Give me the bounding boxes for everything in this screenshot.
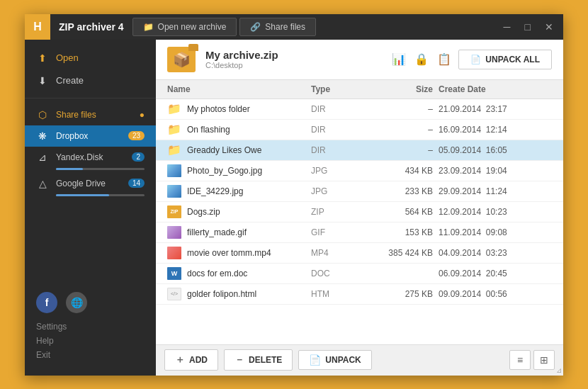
open-archive-button[interactable]: 📁 Open new archive — [132, 18, 237, 36]
table-row[interactable]: ZIP Dogs.zip ZIP 564 KB 12.09.2014 10:23 — [156, 202, 563, 222]
file-type: DIR — [311, 125, 368, 135]
close-button[interactable]: ✕ — [541, 20, 558, 34]
folder-icon: 📁 — [167, 144, 181, 157]
settings-link[interactable]: Settings — [36, 322, 145, 332]
col-name: Name — [167, 84, 311, 94]
sidebar: ⬆ Open ⬇ Create ⬡ Share files ● ❋ Dropbo… — [25, 40, 156, 376]
file-name-cell: 📁 My photos folder — [167, 103, 311, 115]
minimize-button[interactable]: ─ — [499, 20, 515, 34]
view-buttons: ≡ ⊞ — [509, 350, 555, 370]
file-size: – — [368, 125, 439, 135]
col-date: Create Date — [439, 84, 552, 94]
file-name: On flashing — [187, 125, 230, 135]
share-files-button[interactable]: 🔗 Share files — [239, 18, 316, 36]
yandex-icon: ⊿ — [36, 152, 49, 163]
table-row[interactable]: fillerty_made.gif GIF 153 KB 11.09.2014 … — [156, 222, 563, 243]
create-icon: ⬇ — [36, 75, 49, 86]
file-name-cell: </> golder folipon.html — [167, 288, 311, 300]
file-date: 06.09.2014 20:45 — [439, 269, 552, 278]
share-circle-icon: ● — [140, 110, 145, 120]
sidebar-item-dropbox[interactable]: ❋ Dropbox 23 — [25, 125, 156, 147]
file-name-cell: W docs for em.doc — [167, 267, 311, 280]
file-type: DOC — [311, 269, 368, 278]
title-bar: H ZIP archiver 4 📁 Open new archive 🔗 Sh… — [25, 14, 563, 40]
table-row[interactable]: movie over tomm.mp4 MP4 385 424 KB 04.09… — [156, 243, 563, 264]
resize-handle[interactable]: ⊿ — [556, 366, 562, 374]
file-date: 05.09.2014 16:05 — [439, 145, 552, 155]
open-icon: ⬆ — [36, 52, 49, 64]
file-name-cell: 📁 Greaddy Likes Owe — [167, 144, 311, 157]
lock-icon[interactable]: 🔒 — [413, 51, 430, 67]
content-wrapper: 📦 My archive.zip C:\desktop 📊 🔒 📋 📄 UNPA… — [156, 40, 563, 376]
file-date: 11.09.2014 09:08 — [439, 227, 552, 237]
archive-path: C:\desktop — [205, 61, 380, 69]
chart-icon[interactable]: 📊 — [390, 51, 407, 67]
file-name-cell: ZIP Dogs.zip — [167, 205, 311, 218]
file-size: – — [368, 145, 439, 155]
table-row[interactable]: Photo_by_Gogo.jpg JPG 434 KB 23.09.2014 … — [156, 161, 563, 181]
file-date: 12.09.2014 10:23 — [439, 207, 552, 217]
dropbox-icon: ❋ — [36, 130, 49, 142]
add-button[interactable]: ＋ ADD — [164, 349, 218, 371]
file-date: 23.09.2014 19:04 — [439, 166, 552, 176]
file-type: JPG — [311, 186, 368, 196]
exit-link[interactable]: Exit — [36, 350, 145, 360]
unpack-icon: 📄 — [470, 55, 481, 64]
delete-button[interactable]: － DELETE — [224, 349, 293, 371]
table-row[interactable]: W docs for em.doc DOC 06.09.2014 20:45 — [156, 264, 563, 284]
maximize-button[interactable]: □ — [521, 20, 535, 34]
info-icon[interactable]: 📋 — [436, 51, 453, 67]
file-type: MP4 — [311, 248, 368, 258]
sidebar-divider-1 — [25, 98, 156, 98]
grid-view-button[interactable]: ⊞ — [533, 350, 555, 370]
folder-icon: 📁 — [167, 123, 181, 136]
unpack-all-button[interactable]: 📄 UNPACK ALL — [458, 50, 552, 69]
file-date: 29.09.2014 11:24 — [439, 186, 552, 196]
file-date: 21.09.2014 23:17 — [439, 104, 552, 114]
sidebar-item-share[interactable]: ⬡ Share files ● — [25, 104, 156, 125]
file-date: 16.09.2014 12:14 — [439, 125, 552, 135]
file-name: Photo_by_Gogo.jpg — [187, 166, 262, 176]
file-name: Dogs.zip — [187, 207, 220, 217]
file-list-header: Name Type Size Create Date — [156, 80, 563, 99]
sidebar-item-open[interactable]: ⬆ Open — [25, 47, 156, 69]
col-type: Type — [311, 84, 368, 94]
file-name: fillerty_made.gif — [187, 227, 247, 237]
sidebar-item-create[interactable]: ⬇ Create — [25, 69, 156, 92]
dropbox-badge: 23 — [128, 131, 145, 140]
archive-name: My archive.zip — [205, 49, 380, 61]
archive-header: 📦 My archive.zip C:\desktop 📊 🔒 📋 📄 UNPA… — [156, 40, 563, 80]
bottom-toolbar: ＋ ADD － DELETE 📄 UNPACK ≡ ⊞ — [156, 344, 563, 376]
file-name: IDE_34229.jpg — [187, 186, 243, 196]
website-icon[interactable]: 🌐 — [66, 292, 87, 313]
list-view-button[interactable]: ≡ — [509, 350, 531, 370]
facebook-icon[interactable]: f — [36, 292, 57, 313]
file-name: docs for em.doc — [187, 269, 247, 278]
file-name-cell: IDE_34229.jpg — [167, 185, 311, 198]
sidebar-item-yandex[interactable]: ⊿ Yandex.Disk 2 — [25, 147, 156, 168]
file-size: – — [368, 104, 439, 114]
file-name: My photos folder — [187, 104, 250, 114]
table-row[interactable]: 📁 My photos folder DIR – 21.09.2014 23:1… — [156, 99, 563, 120]
zip-icon: ZIP — [167, 205, 181, 218]
table-row[interactable]: 📁 Greaddy Likes Owe DIR – 05.09.2014 16:… — [156, 140, 563, 161]
table-row[interactable]: IDE_34229.jpg JPG 233 KB 29.09.2014 11:2… — [156, 181, 563, 202]
archive-info: My archive.zip C:\desktop — [205, 49, 380, 69]
file-name-cell: movie over tomm.mp4 — [167, 247, 311, 259]
file-type: JPG — [311, 166, 368, 176]
sidebar-nav: ⬆ Open ⬇ Create ⬡ Share files ● ❋ Dropbo… — [25, 40, 156, 206]
sidebar-item-gdrive[interactable]: △ Google Drive 14 — [25, 173, 156, 194]
unpack-button[interactable]: 📄 UNPACK — [298, 350, 371, 370]
table-row[interactable]: </> golder folipon.html HTM 275 KB 09.09… — [156, 284, 563, 305]
file-size: 233 KB — [368, 186, 439, 196]
table-row[interactable]: 📁 On flashing DIR – 16.09.2014 12:14 — [156, 120, 563, 140]
file-size: 385 424 KB — [368, 248, 439, 258]
file-name: Greaddy Likes Owe — [187, 145, 261, 155]
file-name: golder folipon.html — [187, 289, 256, 299]
share-icon: 🔗 — [250, 22, 261, 32]
main-layout: ⬆ Open ⬇ Create ⬡ Share files ● ❋ Dropbo… — [25, 40, 563, 376]
help-link[interactable]: Help — [36, 336, 145, 346]
file-type: GIF — [311, 227, 368, 237]
file-type: ZIP — [311, 207, 368, 217]
file-size: 275 KB — [368, 289, 439, 299]
